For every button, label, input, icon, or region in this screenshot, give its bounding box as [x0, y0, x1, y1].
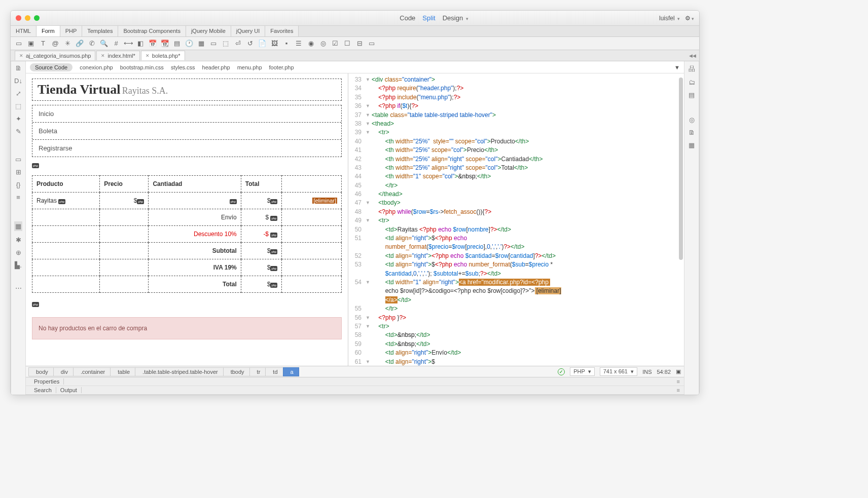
source-code-pill[interactable]: Source Code — [30, 63, 73, 71]
related-file[interactable]: styles.css — [171, 64, 195, 70]
code-line[interactable]: 51 <td align="right">$<?php echo — [348, 234, 684, 243]
nav-item[interactable]: Inicio — [32, 105, 341, 123]
code-line[interactable]: 56▼ <?php }?> — [348, 314, 684, 322]
datetime-icon[interactable]: ▦ — [197, 40, 205, 48]
code-line[interactable]: $cantidad,0,',','.'); $subtotal+=$sub;?>… — [348, 270, 684, 278]
code-line[interactable]: 52 <td align="right"><?php echo $cantida… — [348, 252, 684, 260]
code-line[interactable]: 47▼ <tbody> — [348, 199, 684, 207]
no-errors-icon[interactable]: ✓ — [558, 368, 565, 375]
related-file[interactable]: conexion.php — [80, 64, 113, 70]
tool-icon[interactable]: ≡ — [16, 194, 20, 201]
tab-templates[interactable]: Templates — [82, 26, 118, 36]
scrollbar-thumb[interactable] — [679, 78, 683, 260]
bc-tr[interactable]: tr — [249, 367, 266, 376]
panel-icon[interactable]: 🗎 — [689, 129, 695, 136]
label-icon[interactable]: ⊟ — [355, 40, 364, 48]
bc-div[interactable]: div — [53, 367, 74, 376]
submit-icon[interactable]: ⏎ — [234, 40, 242, 48]
file-tab[interactable]: ✕index.html* — [96, 51, 139, 60]
code-line[interactable]: 50 <td>Rayitas <?php echo $row[nombre]?>… — [348, 225, 684, 234]
code-line[interactable]: 60 <td align="right">Envío</td> — [348, 349, 684, 357]
search-panel-tab[interactable]: Search — [30, 387, 56, 393]
code-line[interactable]: 55 </tr> — [348, 304, 684, 313]
code-line[interactable]: 45 </tr> — [348, 181, 684, 190]
email-icon[interactable]: @ — [51, 40, 59, 48]
split-view-button[interactable]: Split — [422, 14, 435, 22]
code-line[interactable]: 41 <th width="25%" scope="col">Precio</t… — [348, 146, 684, 155]
code-editor[interactable]: 33▼<div class="container">34 <?php requi… — [348, 73, 684, 366]
number-icon[interactable]: # — [112, 40, 120, 48]
tab-php[interactable]: PHP — [60, 26, 83, 36]
panel-icon[interactable]: 品 — [689, 64, 695, 73]
file-tab[interactable]: ✕aj_categoria_insumos.php — [15, 51, 95, 60]
code-view-button[interactable]: Code — [400, 14, 415, 22]
expand-icon[interactable]: ⤢ — [16, 90, 21, 97]
text-icon[interactable]: T — [39, 40, 47, 48]
code-line[interactable]: 53 <td align="right">$<?php echo number_… — [348, 260, 684, 269]
code-line[interactable]: echo $row[id]?>&codigo=<?php echo $row[c… — [348, 287, 684, 295]
tab-html[interactable]: HTML — [11, 26, 37, 36]
code-line[interactable]: 34 <?php require("header.php");?> — [348, 84, 684, 93]
live-preview-pane[interactable]: Tienda Virtual Rayitas S.A. Inicio Bolet… — [26, 73, 348, 366]
code-line[interactable]: 59 <td>&nbsp;</td> — [348, 340, 684, 349]
bc-container[interactable]: .container — [73, 367, 111, 376]
code-line[interactable]: 57▼ <tr> — [348, 322, 684, 331]
design-view-button[interactable]: Design ▾ — [443, 14, 468, 22]
code-line[interactable]: 40 <th width="25%" style="" scope="col">… — [348, 137, 684, 146]
hidden-icon[interactable]: ▪ — [282, 40, 291, 48]
tab-form[interactable]: Form — [37, 26, 60, 36]
file-icon[interactable]: 📄 — [258, 40, 266, 48]
code-line[interactable]: 35 <?php include("menu.php");?> — [348, 93, 684, 102]
code-line[interactable]: 54▼ <td width="1" align="right"><a href=… — [348, 278, 684, 287]
related-file[interactable]: header.php — [202, 64, 230, 70]
code-line[interactable]: 61▼ <td align="right">$ — [348, 358, 684, 366]
close-tab-icon[interactable]: ✕ — [146, 53, 150, 58]
panel-icon[interactable]: ▤ — [689, 91, 695, 99]
output-panel-tab[interactable]: Output — [56, 387, 82, 393]
code-line[interactable]: 39▼ <tr> — [348, 128, 684, 137]
date-icon[interactable]: ▤ — [173, 40, 181, 48]
radio-group-icon[interactable]: ◎ — [319, 40, 327, 48]
related-file[interactable]: menu.php — [237, 64, 262, 70]
panel-menu-icon[interactable]: ≡ — [677, 387, 680, 393]
nav-item[interactable]: Registrarse — [32, 140, 341, 157]
select-icon[interactable]: ☰ — [295, 40, 303, 48]
close-tab-icon[interactable]: ✕ — [101, 53, 105, 58]
tel-icon[interactable]: ✆ — [88, 40, 96, 48]
code-line[interactable]: 42 <th width="25%" align="right" scope="… — [348, 155, 684, 164]
tool-icon[interactable]: ⊞ — [16, 168, 21, 176]
language-select[interactable]: PHP ▾ — [570, 367, 595, 376]
bc-table[interactable]: table — [110, 367, 135, 376]
checkbox-icon[interactable]: ☑ — [331, 40, 339, 48]
code-line[interactable]: 46 </thead> — [348, 190, 684, 199]
overflow-icon[interactable]: ▣ — [676, 368, 681, 375]
close-tab-icon[interactable]: ✕ — [19, 53, 23, 58]
code-line[interactable]: 49▼ <tr> — [348, 216, 684, 225]
tab-jquery-ui[interactable]: jQuery UI — [231, 26, 265, 36]
bc-body[interactable]: body — [28, 367, 54, 376]
code-line[interactable]: 44 <th width="1" scope="col">&nbsp;</th> — [348, 172, 684, 181]
tab-bootstrap[interactable]: Bootstrap Components — [118, 26, 186, 36]
fieldset-icon[interactable]: ▣ — [27, 40, 35, 48]
button-icon[interactable]: ⬚ — [222, 40, 230, 48]
code-line[interactable]: 43 <th width="25%" align="right" scope="… — [348, 164, 684, 172]
filter-icon[interactable]: ▼ — [674, 64, 680, 70]
d-icon[interactable]: D↓ — [14, 77, 22, 85]
file-tab-active[interactable]: ✕boleta.php* — [141, 51, 185, 60]
form-icon[interactable]: ▭ — [15, 40, 23, 48]
radio-icon[interactable]: ◉ — [307, 40, 315, 48]
tool-icon[interactable]: ✱ — [16, 236, 21, 244]
tool-icon[interactable]: ▭ — [15, 156, 21, 163]
code-line[interactable]: 38▼<thead> — [348, 120, 684, 128]
tool-icon[interactable]: ▙. — [15, 261, 22, 269]
minimize-window-icon[interactable] — [25, 15, 30, 21]
user-menu[interactable]: luisfel ▾ — [659, 15, 680, 22]
expand-panels-icon[interactable]: ◀◀ — [689, 53, 696, 58]
password-icon[interactable]: ✳ — [63, 40, 71, 48]
close-window-icon[interactable] — [16, 15, 21, 21]
search-icon[interactable]: 🔍 — [100, 40, 108, 48]
related-file[interactable]: bootstrap.min.css — [120, 64, 164, 70]
selection-icon[interactable]: ⬚ — [15, 102, 21, 110]
panel-icon[interactable]: ▦ — [689, 141, 695, 149]
maximize-window-icon[interactable] — [34, 15, 40, 21]
